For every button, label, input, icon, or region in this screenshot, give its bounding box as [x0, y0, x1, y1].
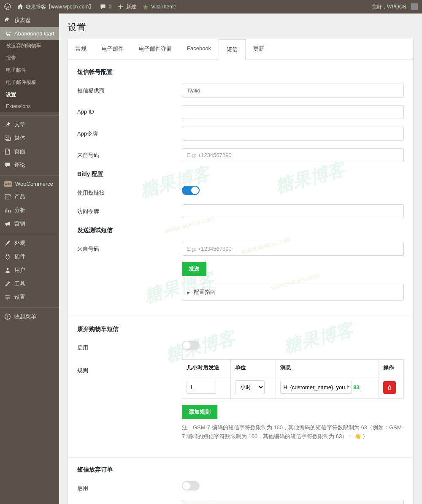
- section-title: 短信帐号配置: [77, 68, 404, 76]
- order-enable-toggle[interactable]: [182, 481, 200, 490]
- unit-select[interactable]: 小时: [235, 380, 265, 394]
- wrench-icon: [4, 280, 11, 287]
- comment-icon: [4, 162, 11, 168]
- megaphone-icon: [4, 220, 11, 227]
- sidebar-item-tools[interactable]: 工具: [0, 277, 59, 290]
- tag-failed[interactable]: ×Failed: [184, 501, 210, 504]
- rules-label: 规则: [77, 359, 182, 374]
- status-tags[interactable]: ×Failed ×Cancelled: [182, 500, 404, 504]
- comment-icon: [100, 3, 106, 10]
- provider-label: 短信提供商: [77, 84, 182, 95]
- tag-cancelled[interactable]: ×Cancelled: [210, 501, 246, 504]
- test-sms-title: 发送测试短信: [77, 227, 404, 234]
- caret-right-icon: ▸: [187, 289, 190, 295]
- settings-panel: 糖果博客 糖果博客 www.wpocn.com www.wpocn.com 糖果…: [68, 39, 414, 504]
- sidebar-item-plugins[interactable]: 插件: [0, 250, 59, 263]
- tab-facebook[interactable]: Facebook: [179, 39, 219, 60]
- content-area: 设置 糖果博客 糖果博客 www.wpocn.com www.wpocn.com…: [59, 14, 422, 504]
- shortlink-toggle[interactable]: [182, 186, 200, 195]
- home-icon: [17, 3, 24, 10]
- new-link[interactable]: 新建: [117, 3, 136, 11]
- svg-point-0: [5, 4, 11, 10]
- admin-topbar: 糖果博客【www.wpocn.com】 0 新建 VillaTheme 您好，W…: [0, 0, 422, 14]
- char-count: 93: [353, 384, 359, 390]
- delete-button[interactable]: [383, 381, 396, 394]
- add-rule-button[interactable]: 添加规则: [182, 405, 217, 419]
- comments-link[interactable]: 0: [100, 3, 111, 10]
- admin-sidebar: 仪表盘 Abandoned Cart 被遗弃的购物车 报告 电子邮件 电子邮件模…: [0, 14, 59, 504]
- tab-update[interactable]: 更新: [246, 39, 272, 60]
- sidebar-collapse[interactable]: 收起菜单: [0, 307, 59, 323]
- villatheme-link[interactable]: VillaTheme: [142, 3, 176, 10]
- hours-input[interactable]: [187, 381, 216, 394]
- site-link[interactable]: 糖果博客【www.wpocn.com】: [17, 3, 94, 11]
- sidebar-sub-email-tpl[interactable]: 电子邮件模板: [0, 76, 59, 89]
- test-from-label: 来自号码: [77, 242, 182, 253]
- sidebar-sub-abandoned[interactable]: 被遗弃的购物车: [0, 40, 59, 52]
- col-action: 操作: [379, 360, 404, 376]
- svg-point-3: [5, 314, 11, 320]
- section-sms-account: 短信帐号配置 短信提供商 App ID App令牌 来自号码 Bitly 配置 …: [68, 60, 413, 317]
- tab-sms[interactable]: 短信: [219, 39, 246, 60]
- sidebar-item-dashboard[interactable]: 仪表盘: [0, 14, 59, 27]
- app-id-label: App ID: [77, 105, 182, 115]
- section-abandoned-order: 短信放弃订单 启用 订单状态 ×Failed ×Cancelled 规则: [68, 457, 413, 504]
- sidebar-item-users[interactable]: 用户: [0, 263, 59, 277]
- cart-icon: [4, 30, 11, 37]
- abandoned-enable-toggle[interactable]: [182, 341, 200, 350]
- sidebar-item-posts[interactable]: 文章: [0, 115, 59, 131]
- sidebar-item-analytics[interactable]: 分析: [0, 203, 59, 217]
- status-label: 订单状态: [77, 500, 182, 504]
- sidebar-item-settings[interactable]: 设置: [0, 290, 59, 304]
- guide-box[interactable]: ▸ 配置指南: [182, 284, 404, 301]
- from-number-input[interactable]: [182, 148, 404, 162]
- sidebar-sub-email[interactable]: 电子邮件: [0, 64, 59, 76]
- sidebar-sub-settings[interactable]: 设置: [0, 89, 59, 101]
- dashboard-icon: [4, 17, 11, 24]
- chart-icon: [4, 207, 11, 214]
- plus-icon: [117, 3, 124, 10]
- bitly-token-label: 访问令牌: [77, 204, 182, 215]
- svg-point-2: [7, 268, 9, 270]
- enable-label: 启用: [77, 341, 182, 352]
- sidebar-item-woocommerce[interactable]: woo WooCommerce: [0, 175, 59, 190]
- sliders-icon: [4, 294, 11, 301]
- from-number-label: 来自号码: [77, 148, 182, 159]
- tab-email-popup[interactable]: 电子邮件弹窗: [131, 39, 179, 60]
- user-greeting[interactable]: 您好，WPOCN: [372, 3, 418, 11]
- star-icon: [142, 3, 149, 10]
- sidebar-item-appearance[interactable]: 外观: [0, 234, 59, 250]
- abandoned-sms-title: 废弃购物车短信: [77, 325, 404, 333]
- sidebar-item-abandoned-cart[interactable]: Abandoned Cart: [0, 27, 59, 40]
- site-name: 糖果博客【www.wpocn.com】: [26, 3, 94, 11]
- sidebar-sub-extensions[interactable]: Extensions: [0, 101, 59, 112]
- pin-icon: [4, 121, 11, 128]
- svg-point-1: [6, 137, 7, 138]
- wp-logo[interactable]: [4, 3, 11, 10]
- woo-icon: woo: [4, 181, 12, 187]
- sidebar-item-products[interactable]: 产品: [0, 190, 59, 203]
- tab-general[interactable]: 常规: [68, 39, 94, 60]
- brush-icon: [4, 240, 11, 247]
- col-msg: 消息: [276, 360, 379, 376]
- page-icon: [4, 148, 11, 155]
- provider-input[interactable]: [182, 84, 404, 98]
- sidebar-item-media[interactable]: 媒体: [0, 131, 59, 145]
- shortlink-label: 使用短链接: [77, 186, 182, 197]
- msg-input[interactable]: [280, 381, 352, 394]
- test-from-input[interactable]: [182, 242, 404, 256]
- page-title: 设置: [68, 14, 414, 39]
- tabs: 常规 电子邮件 电子邮件弹窗 Facebook 短信 更新: [68, 39, 413, 60]
- send-button[interactable]: 发送: [182, 262, 206, 276]
- sidebar-item-marketing[interactable]: 营销: [0, 217, 59, 230]
- sidebar-item-comments[interactable]: 评论: [0, 158, 59, 172]
- sidebar-item-pages[interactable]: 页面: [0, 145, 59, 158]
- bitly-token-input[interactable]: [182, 204, 404, 218]
- app-token-input[interactable]: [182, 127, 404, 141]
- sidebar-sub-reports[interactable]: 报告: [0, 52, 59, 64]
- section-abandoned-sms: 废弃购物车短信 启用 规则 几小时后发送 单位 消息 操作: [68, 317, 413, 457]
- enable-label-2: 启用: [77, 481, 182, 492]
- tab-email[interactable]: 电子邮件: [94, 39, 131, 60]
- app-id-input[interactable]: [182, 105, 404, 119]
- abandoned-order-title: 短信放弃订单: [77, 466, 404, 474]
